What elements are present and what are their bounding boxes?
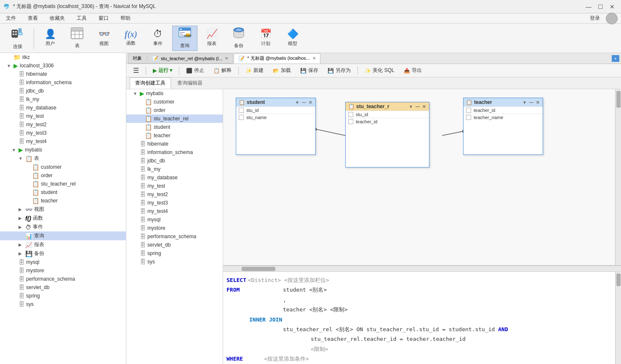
sidebar-item-student[interactable]: 📋 student <box>0 188 126 197</box>
table-row-stu-id[interactable]: stu_id <box>236 106 315 114</box>
sidebar-item-mysql[interactable]: 🗄 mysql <box>0 258 126 266</box>
menu-window[interactable]: 窗口 <box>96 14 111 23</box>
sidebar-item-servlet-db[interactable]: 🗄 servlet_db <box>0 283 126 292</box>
sidebar-item-stu-teacher-rel[interactable]: 📋 stu_teacher_rel <box>0 180 126 188</box>
dbtree-my-database[interactable]: 🗄 my_database <box>126 173 223 182</box>
dbtree-my-test2[interactable]: 🗄 my_test2 <box>126 190 223 199</box>
canvas-hscroll[interactable] <box>223 266 621 271</box>
toolbar-query-button[interactable]: chart 查询 <box>172 26 197 51</box>
table-dropdown-btn[interactable]: ▼ <box>294 100 300 105</box>
sidebar-item-information-schema[interactable]: 🗄 information_schema <box>0 78 126 87</box>
dbtree-jdbc-db[interactable]: 🗄 jdbc_db <box>126 157 223 165</box>
table-row-teacher-id[interactable]: teacher_id <box>346 118 429 125</box>
sidebar-item-order[interactable]: 📋 order <box>0 171 126 180</box>
sidebar-item-sys[interactable]: 🗄 sys <box>0 300 126 308</box>
tab-close-button[interactable]: ✕ <box>312 56 316 61</box>
dbtree-my-test3[interactable]: 🗄 my_test3 <box>126 199 223 207</box>
sidebar-item-localhost[interactable]: ▼ ▶ localhost_3306 <box>0 61 126 70</box>
table-close-btn[interactable]: ✕ <box>421 104 426 109</box>
dbtree-teacher[interactable]: 📋 teacher <box>126 131 223 140</box>
sidebar-item-customer[interactable]: 📋 customer <box>0 163 126 171</box>
sidebar-item-jdbc-db[interactable]: 🗄 jdbc_db <box>0 87 126 95</box>
table-row-teacher-name[interactable]: teacher_name <box>464 114 543 121</box>
dbtree-sys[interactable]: 🗄 sys <box>126 258 223 266</box>
tab-stu-teacher-rel[interactable]: 📝 stu_teacher_rel @mybatis (l... ✕ <box>147 53 233 64</box>
maximize-button[interactable]: ☐ <box>595 1 606 12</box>
field-checkbox[interactable] <box>466 108 471 113</box>
menu-help[interactable]: 帮助 <box>118 14 133 23</box>
dbtree-stu-teacher-rel[interactable]: 📋 stu_teacher_rel <box>126 114 223 123</box>
table-dropdown-btn[interactable]: ▼ <box>408 104 414 109</box>
export-button[interactable]: 📤 导出 <box>400 66 425 75</box>
dbtree-mybatis[interactable]: ▼ ▶ mybatis <box>126 89 223 98</box>
sql-vscroll[interactable] <box>615 272 621 364</box>
table-header-student[interactable]: 📋 student ▼ — ✕ <box>236 98 315 106</box>
sidebar-item-queries-group[interactable]: 📊 查询 <box>0 231 126 240</box>
table-minimize-btn[interactable]: — <box>415 104 421 109</box>
toolbar-report-button[interactable]: 📈 报表 <box>199 26 224 51</box>
canvas-vscroll[interactable] <box>615 89 621 265</box>
menu-tools[interactable]: 工具 <box>74 14 89 23</box>
toolbar-user-button[interactable]: 👤 用户 <box>37 26 63 51</box>
menu-view[interactable]: 查看 <box>25 14 40 23</box>
dbtree-performance-schema[interactable]: 🗄 performance_schema <box>126 232 223 241</box>
table-row-stu-name[interactable]: stu_name <box>236 114 315 121</box>
dbtree-mysql[interactable]: 🗄 mysql <box>126 215 223 224</box>
sidebar-item-performance-schema[interactable]: 🗄 performance_schema <box>0 275 126 283</box>
field-checkbox[interactable] <box>466 115 471 120</box>
dbtree-student[interactable]: 📋 student <box>126 123 223 131</box>
tab-object[interactable]: 对象 <box>128 53 147 64</box>
dbtree-my-test4[interactable]: 🗄 my_test4 <box>126 207 223 215</box>
toolbar-view-button[interactable]: 👓 视图 <box>91 26 117 51</box>
sql-vscroll-thumb[interactable] <box>616 274 621 286</box>
sidebar-item-my-test4[interactable]: 🗄 my_test4 <box>0 137 126 146</box>
sidebar-item-functions-group[interactable]: ▶ f() 函数 <box>0 214 126 223</box>
sidebar-item-tables-group[interactable]: ▼ 📋 表 <box>0 154 126 163</box>
sidebar-item-my-database[interactable]: 🗄 my_database <box>0 104 126 112</box>
stop-button[interactable]: ⬛ 停止 <box>183 66 208 75</box>
tab-untitled[interactable]: 📝 * 无标题 @mybatis (localhos... ✕ <box>234 53 320 64</box>
table-minimize-btn[interactable]: — <box>301 100 307 105</box>
close-button[interactable]: ✕ <box>607 1 618 12</box>
sidebar-item-itkz[interactable]: 📁 itkz <box>0 53 126 61</box>
vscroll-thumb[interactable] <box>616 91 621 108</box>
sidebar-item-my-test3[interactable]: 🗄 my_test3 <box>0 129 126 137</box>
dbtree-hibernate[interactable]: 🗄 hibernate <box>126 140 223 148</box>
sidebar-item-hibernate[interactable]: 🗄 hibernate <box>0 70 126 78</box>
sql-panel[interactable]: SELECT <Distinct> <按这里添加栏位> FROM student… <box>223 271 621 364</box>
tab-close-button[interactable]: ✕ <box>225 56 228 61</box>
toolbar-backup-button[interactable]: 备份 <box>226 26 251 51</box>
subtab-query-builder[interactable]: 查询创建工具 <box>130 77 171 89</box>
dbtree-mystore[interactable]: 🗄 mystore <box>126 224 223 232</box>
table-row-teacher-id[interactable]: teacher_id <box>464 106 543 114</box>
field-checkbox[interactable] <box>348 112 353 117</box>
run-button[interactable]: ▶ 运行 ▾ <box>149 66 176 75</box>
sidebar-item-my-test2[interactable]: 🗄 my_test2 <box>0 120 126 129</box>
table-dropdown-btn[interactable]: ▼ <box>522 100 528 105</box>
field-checkbox[interactable] <box>239 108 244 113</box>
table-header-stu-teacher-rel[interactable]: 📋 stu_teacher_r ▼ — ✕ <box>346 102 429 111</box>
dbtree-spring[interactable]: 🗄 spring <box>126 249 223 258</box>
table-minimize-btn[interactable]: — <box>528 100 534 105</box>
login-button[interactable]: 登录 <box>587 14 602 23</box>
dbtree-information-schema[interactable]: 🗄 information_schema <box>126 148 223 157</box>
field-checkbox[interactable] <box>239 115 244 120</box>
menu-file[interactable]: 文件 <box>3 14 19 23</box>
subtab-query-editor[interactable]: 查询编辑器 <box>172 77 208 89</box>
dbtree-order[interactable]: 📋 order <box>126 106 223 114</box>
menu-favorites[interactable]: 收藏夹 <box>47 14 67 23</box>
sidebar-item-teacher[interactable]: 📋 teacher <box>0 197 126 205</box>
sidebar-item-mystore[interactable]: 🗄 mystore <box>0 266 126 275</box>
dbtree-servlet-db[interactable]: 🗄 servlet_db <box>126 241 223 249</box>
minimize-button[interactable]: — <box>583 1 594 12</box>
toolbar-event-button[interactable]: ⏱ 事件 <box>145 26 171 51</box>
table-row-stu-id[interactable]: stu_id <box>346 111 429 118</box>
sidebar-item-reports-group[interactable]: ▶ 📈 报表 <box>0 240 126 249</box>
canvas-area[interactable]: 📋 student ▼ — ✕ stu_id <box>223 89 621 266</box>
dbtree-my-test[interactable]: 🗄 my_test <box>126 182 223 190</box>
field-checkbox[interactable] <box>348 119 353 124</box>
table-close-btn[interactable]: ✕ <box>308 100 313 105</box>
table-header-teacher[interactable]: 📋 teacher ▼ — ✕ <box>464 98 543 106</box>
explain-button[interactable]: 📋 解释 <box>210 66 235 75</box>
hscroll-thumb[interactable] <box>242 267 275 271</box>
